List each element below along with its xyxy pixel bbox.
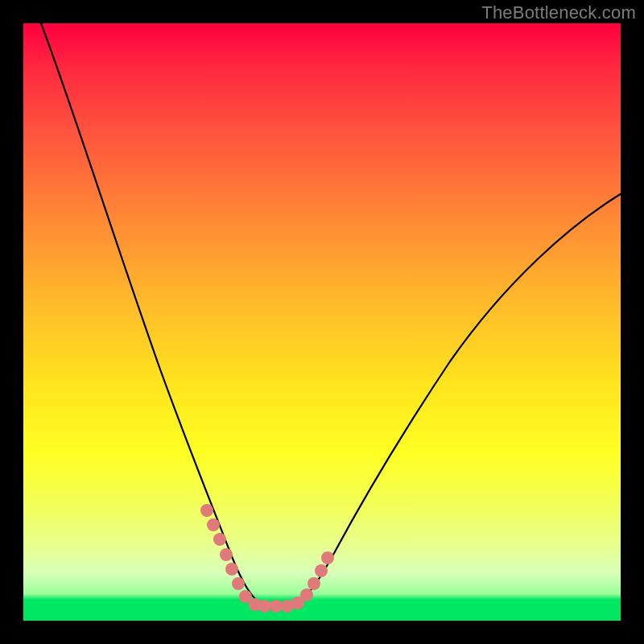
- svg-point-1: [207, 518, 220, 531]
- svg-point-5: [232, 577, 245, 590]
- svg-point-15: [321, 551, 334, 564]
- svg-point-12: [300, 588, 313, 601]
- svg-point-2: [213, 533, 226, 546]
- svg-point-14: [315, 564, 328, 577]
- left-curve: [41, 23, 271, 605]
- svg-point-8: [258, 600, 271, 613]
- chart-svg: [23, 23, 621, 621]
- chart-frame: TheBottleneck.com: [0, 0, 644, 644]
- svg-point-0: [200, 504, 213, 517]
- svg-point-9: [270, 600, 283, 613]
- marker-cluster: [200, 504, 334, 613]
- right-curve: [287, 194, 621, 605]
- svg-point-4: [225, 563, 238, 576]
- svg-point-3: [220, 548, 233, 561]
- svg-point-13: [308, 577, 320, 590]
- watermark-text: TheBottleneck.com: [481, 2, 636, 23]
- plot-area: [23, 23, 621, 621]
